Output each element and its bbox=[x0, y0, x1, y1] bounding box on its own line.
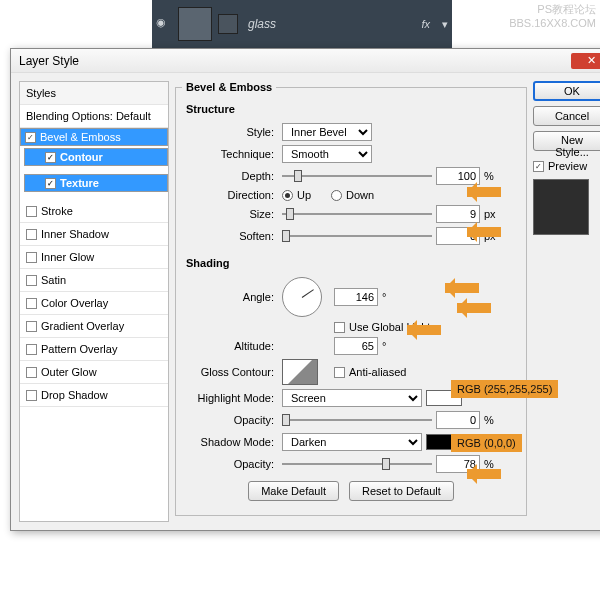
up-radio[interactable] bbox=[282, 190, 293, 201]
unit-px: px bbox=[484, 230, 502, 242]
bevel-legend: Bevel & Emboss bbox=[182, 81, 276, 93]
checkbox-icon[interactable]: ✓ bbox=[45, 178, 56, 189]
unit-px: px bbox=[484, 208, 502, 220]
angle-dial[interactable] bbox=[282, 277, 322, 317]
dialog-title: Layer Style bbox=[19, 54, 79, 68]
style-select[interactable]: Inner Bevel bbox=[282, 123, 372, 141]
layer-panel-row: ◉ glass fx ▾ bbox=[152, 0, 452, 48]
anti-aliased-label: Anti-aliased bbox=[349, 366, 406, 378]
titlebar: Layer Style ✕ bbox=[11, 49, 600, 73]
depth-input[interactable] bbox=[436, 167, 480, 185]
settings-panel: Bevel & Emboss Structure Style:Inner Bev… bbox=[175, 81, 527, 522]
angle-label: Angle: bbox=[182, 291, 278, 303]
cancel-button[interactable]: Cancel bbox=[533, 106, 600, 126]
checkbox-icon[interactable] bbox=[26, 206, 37, 217]
gloss-contour-picker[interactable] bbox=[282, 359, 318, 385]
chevron-down-icon[interactable]: ▾ bbox=[442, 18, 448, 31]
shadow-opacity-slider[interactable] bbox=[282, 456, 432, 472]
checkbox-icon[interactable] bbox=[26, 229, 37, 240]
drop-shadow-item[interactable]: Drop Shadow bbox=[20, 384, 168, 407]
rgb-annotation: RGB (255,255,255) bbox=[451, 380, 558, 398]
checkbox-icon[interactable]: ✓ bbox=[25, 132, 36, 143]
depth-slider[interactable] bbox=[282, 168, 432, 184]
satin-item[interactable]: Satin bbox=[20, 269, 168, 292]
checkbox-icon[interactable] bbox=[26, 390, 37, 401]
make-default-button[interactable]: Make Default bbox=[248, 481, 339, 501]
layer-name[interactable]: glass bbox=[248, 17, 415, 31]
style-label: Style: bbox=[182, 126, 278, 138]
bevel-emboss-item[interactable]: ✓Bevel & Emboss bbox=[20, 128, 168, 146]
soften-slider[interactable] bbox=[282, 228, 432, 244]
checkbox-icon[interactable] bbox=[26, 275, 37, 286]
preview-swatch bbox=[533, 179, 589, 235]
down-radio[interactable] bbox=[331, 190, 342, 201]
highlight-opacity-slider[interactable] bbox=[282, 412, 432, 428]
technique-select[interactable]: Smooth bbox=[282, 145, 372, 163]
global-light-label: Use Global Light bbox=[349, 321, 430, 333]
structure-heading: Structure bbox=[186, 103, 520, 115]
direction-label: Direction: bbox=[182, 189, 278, 201]
highlight-mode-select[interactable]: Screen bbox=[282, 389, 422, 407]
watermark: PS教程论坛BBS.16XX8.COM bbox=[509, 2, 596, 29]
preview-label: Preview bbox=[548, 160, 587, 172]
soften-input[interactable] bbox=[436, 227, 480, 245]
ok-button[interactable]: OK bbox=[533, 81, 600, 101]
unit-percent: % bbox=[484, 170, 502, 182]
layer-style-dialog: Layer Style ✕ Styles Blending Options: D… bbox=[10, 48, 600, 531]
inner-glow-item[interactable]: Inner Glow bbox=[20, 246, 168, 269]
altitude-input[interactable] bbox=[334, 337, 378, 355]
size-slider[interactable] bbox=[282, 206, 432, 222]
styles-header[interactable]: Styles bbox=[20, 82, 168, 105]
shadow-mode-label: Shadow Mode: bbox=[182, 436, 278, 448]
styles-list: Styles Blending Options: Default ✓Bevel … bbox=[19, 81, 169, 522]
technique-label: Technique: bbox=[182, 148, 278, 160]
checkbox-icon[interactable] bbox=[26, 321, 37, 332]
reset-default-button[interactable]: Reset to Default bbox=[349, 481, 454, 501]
altitude-label: Altitude: bbox=[182, 340, 278, 352]
checkbox-icon[interactable] bbox=[26, 344, 37, 355]
highlight-mode-label: Highlight Mode: bbox=[182, 392, 278, 404]
shadow-mode-select[interactable]: Darken bbox=[282, 433, 422, 451]
fx-badge[interactable]: fx bbox=[421, 18, 430, 30]
pattern-overlay-item[interactable]: Pattern Overlay bbox=[20, 338, 168, 361]
shadow-opacity-label: Opacity: bbox=[182, 458, 278, 470]
anti-aliased-checkbox[interactable] bbox=[334, 367, 345, 378]
close-button[interactable]: ✕ bbox=[571, 53, 600, 69]
inner-shadow-item[interactable]: Inner Shadow bbox=[20, 223, 168, 246]
visibility-icon[interactable]: ◉ bbox=[156, 16, 172, 32]
depth-label: Depth: bbox=[182, 170, 278, 182]
size-label: Size: bbox=[182, 208, 278, 220]
gradient-overlay-item[interactable]: Gradient Overlay bbox=[20, 315, 168, 338]
highlight-opacity-label: Opacity: bbox=[182, 414, 278, 426]
soften-label: Soften: bbox=[182, 230, 278, 242]
highlight-opacity-input[interactable] bbox=[436, 411, 480, 429]
action-buttons: OK Cancel New Style... ✓Preview bbox=[533, 81, 600, 522]
rgb-annotation: RGB (0,0,0) bbox=[451, 434, 522, 452]
checkbox-icon[interactable] bbox=[26, 298, 37, 309]
checkbox-icon[interactable] bbox=[26, 252, 37, 263]
blending-options-item[interactable]: Blending Options: Default bbox=[20, 105, 168, 128]
size-input[interactable] bbox=[436, 205, 480, 223]
stroke-item[interactable]: Stroke bbox=[20, 200, 168, 223]
angle-input[interactable] bbox=[334, 288, 378, 306]
preview-checkbox[interactable]: ✓ bbox=[533, 161, 544, 172]
mask-thumbnail[interactable] bbox=[218, 14, 238, 34]
checkbox-icon[interactable] bbox=[26, 367, 37, 378]
outer-glow-item[interactable]: Outer Glow bbox=[20, 361, 168, 384]
checkbox-icon[interactable]: ✓ bbox=[45, 152, 56, 163]
shading-heading: Shading bbox=[186, 257, 520, 269]
color-overlay-item[interactable]: Color Overlay bbox=[20, 292, 168, 315]
global-light-checkbox[interactable] bbox=[334, 322, 345, 333]
texture-item[interactable]: ✓Texture bbox=[24, 174, 168, 192]
shadow-opacity-input[interactable] bbox=[436, 455, 480, 473]
gloss-contour-label: Gloss Contour: bbox=[182, 366, 278, 378]
contour-item[interactable]: ✓Contour bbox=[24, 148, 168, 166]
new-style-button[interactable]: New Style... bbox=[533, 131, 600, 151]
layer-thumbnail[interactable] bbox=[178, 7, 212, 41]
